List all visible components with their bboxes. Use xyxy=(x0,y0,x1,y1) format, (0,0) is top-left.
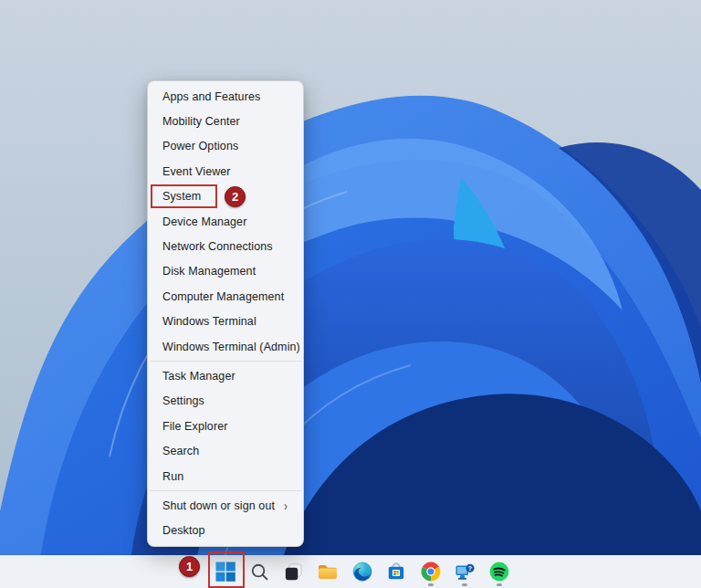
search-icon xyxy=(249,562,270,583)
menu-item-label: Run xyxy=(162,470,183,483)
running-indicator xyxy=(428,583,434,586)
winx-context-menu: Apps and Features Mobility Center Power … xyxy=(147,80,304,547)
menu-item-label: Device Manager xyxy=(162,215,246,228)
get-help-button[interactable]: ? xyxy=(448,555,483,588)
menu-item-label: Event Viewer xyxy=(162,165,231,178)
menu-item-label: Windows Terminal xyxy=(162,315,256,328)
menu-item-label: Shut down or sign out xyxy=(162,499,275,512)
menu-item-label: System xyxy=(162,190,201,203)
menu-item-label: Task Manager xyxy=(162,370,235,383)
menu-separator xyxy=(150,361,301,362)
start-button[interactable] xyxy=(208,555,243,588)
menu-item-label: Network Connections xyxy=(162,240,273,253)
file-explorer-icon xyxy=(317,561,339,583)
menu-item-network-connections[interactable]: Network Connections xyxy=(151,234,300,258)
menu-item-windows-terminal-admin[interactable]: Windows Terminal (Admin) xyxy=(151,334,300,359)
annotation-badge-step2: 2 xyxy=(225,186,246,207)
menu-item-shut-down-or-sign-out[interactable]: Shut down or sign out › xyxy=(151,493,300,518)
menu-item-label: Power Options xyxy=(162,140,238,152)
running-indicator xyxy=(497,583,502,586)
microsoft-store-button[interactable] xyxy=(380,555,414,588)
edge-button[interactable] xyxy=(345,555,380,588)
file-explorer-button[interactable] xyxy=(311,555,346,588)
menu-item-mobility-center[interactable]: Mobility Center xyxy=(151,109,300,133)
microsoft-store-icon xyxy=(385,561,407,583)
chrome-icon xyxy=(420,561,442,583)
annotation-badge-step1: 1 xyxy=(179,556,200,577)
menu-item-task-manager[interactable]: Task Manager xyxy=(151,363,300,388)
chrome-button[interactable] xyxy=(413,555,448,588)
menu-item-device-manager[interactable]: Device Manager xyxy=(151,209,300,234)
menu-item-desktop[interactable]: Desktop xyxy=(151,519,300,543)
wallpaper-bloom xyxy=(0,0,701,588)
menu-item-search[interactable]: Search xyxy=(151,438,300,463)
desktop: Apps and Features Mobility Center Power … xyxy=(0,0,701,588)
edge-icon xyxy=(351,561,373,583)
menu-item-label: Windows Terminal (Admin) xyxy=(162,341,300,353)
menu-item-label: Search xyxy=(162,445,199,457)
task-view-button[interactable] xyxy=(277,555,311,588)
menu-item-disk-management[interactable]: Disk Management xyxy=(151,259,300,284)
taskbar: ? xyxy=(0,555,701,588)
menu-item-label: Settings xyxy=(162,394,204,407)
menu-item-file-explorer[interactable]: File Explorer xyxy=(151,414,300,438)
menu-separator xyxy=(150,490,301,491)
menu-item-label: Computer Management xyxy=(162,290,284,303)
menu-item-run[interactable]: Run xyxy=(151,464,300,488)
annotation-step2-label: 2 xyxy=(232,190,238,204)
menu-item-event-viewer[interactable]: Event Viewer xyxy=(151,159,300,184)
running-indicator xyxy=(462,583,467,586)
menu-item-power-options[interactable]: Power Options xyxy=(151,134,300,159)
menu-item-label: Apps and Features xyxy=(162,90,260,103)
taskbar-button-row: ? xyxy=(208,555,517,588)
menu-item-windows-terminal[interactable]: Windows Terminal xyxy=(151,310,300,334)
menu-item-label: File Explorer xyxy=(162,420,227,433)
menu-item-label: Mobility Center xyxy=(162,115,240,128)
search-button[interactable] xyxy=(243,555,277,588)
annotation-step1-label: 1 xyxy=(186,560,193,573)
chevron-right-icon: › xyxy=(284,498,288,514)
task-view-icon xyxy=(283,562,304,583)
menu-item-label: Desktop xyxy=(162,524,205,537)
get-help-icon: ? xyxy=(454,561,476,583)
spotify-button[interactable] xyxy=(482,555,517,588)
menu-item-settings[interactable]: Settings xyxy=(151,389,300,414)
menu-item-computer-management[interactable]: Computer Management xyxy=(151,284,300,309)
svg-text:?: ? xyxy=(468,565,472,572)
menu-item-label: Disk Management xyxy=(162,265,256,278)
spotify-icon xyxy=(488,561,510,583)
menu-item-apps-and-features[interactable]: Apps and Features xyxy=(151,84,300,109)
windows-logo-icon xyxy=(214,561,236,583)
